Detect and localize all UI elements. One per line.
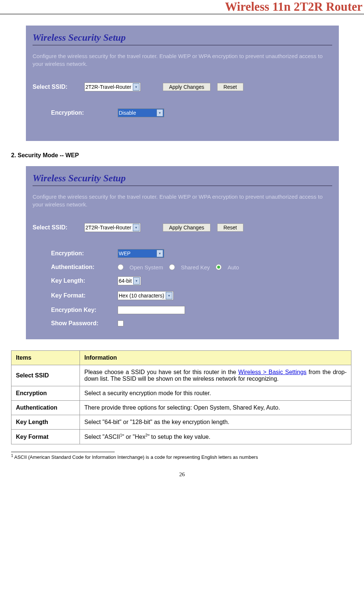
encryption-value: Disable — [119, 110, 136, 116]
table-info: Select a security encryption mode for th… — [80, 386, 351, 401]
radio-auto[interactable] — [216, 264, 222, 270]
keyformat-value: Hex (10 characters) — [119, 293, 164, 299]
screenshot-title: Wireless Security Setup — [33, 173, 332, 186]
encryption-value: WEP — [119, 250, 131, 256]
table-info: Select "64-bit" or "128-bit" as the key … — [80, 415, 351, 430]
screenshot-description: Configure the wireless security for the … — [33, 52, 332, 68]
table-row: Authentication There provide three optio… — [11, 401, 351, 415]
encryption-label: Encryption: — [51, 250, 118, 257]
screenshot-title: Wireless Security Setup — [33, 32, 332, 46]
radio-label-open: Open System — [129, 264, 163, 270]
ssid-label: Select SSID: — [33, 224, 84, 231]
authentication-label: Authentication: — [51, 264, 118, 270]
table-row: Select SSID Please choose a SSID you hav… — [11, 365, 351, 386]
keylength-label: Key Length: — [51, 278, 118, 284]
radio-label-shared: Shared Key — [181, 264, 210, 270]
table-item: Authentication — [11, 401, 80, 415]
keyformat-label: Key Format: — [51, 292, 118, 299]
chevron-down-icon: ▼ — [133, 277, 140, 285]
wireless-basic-settings-link[interactable]: Wireless > Basic Settings — [238, 369, 306, 375]
footnote: 1 ASCII (American Standard Code for Info… — [11, 454, 353, 460]
showpassword-label: Show Password: — [51, 320, 118, 327]
keyformat-dropdown[interactable]: Hex (10 characters) ▼ — [118, 291, 173, 300]
header-title: Wireless 11n 2T2R Router — [0, 0, 363, 14]
table-item: Key Length — [11, 415, 80, 430]
keylength-value: 64-bit — [119, 278, 132, 284]
ssid-value: 2T2R-Travel-Router — [85, 225, 131, 231]
ssid-label: Select SSID: — [33, 84, 84, 90]
table-item: Encryption — [11, 386, 80, 401]
radio-open-system[interactable] — [118, 264, 124, 270]
apply-changes-button[interactable]: Apply Changes — [163, 83, 210, 91]
table-item: Select SSID — [11, 365, 80, 386]
table-info: There provide three options for selectin… — [80, 401, 351, 415]
table-header-items: Items — [11, 351, 80, 365]
chevron-down-icon: ▼ — [156, 109, 163, 117]
table-row: Key Length Select "64-bit" or "128-bit" … — [11, 415, 351, 430]
chevron-down-icon: ▼ — [156, 250, 163, 257]
keylength-dropdown[interactable]: 64-bit ▼ — [118, 276, 141, 285]
table-row: Encryption Select a security encryption … — [11, 386, 351, 401]
ssid-value: 2T2R-Travel-Router — [85, 84, 131, 90]
apply-changes-button[interactable]: Apply Changes — [163, 223, 210, 232]
showpassword-checkbox[interactable] — [118, 320, 124, 326]
table-item: Key Format — [11, 430, 80, 444]
chevron-down-icon: ▼ — [166, 292, 172, 299]
reset-button[interactable]: Reset — [217, 223, 243, 232]
encryptionkey-input[interactable] — [118, 306, 185, 314]
section-heading: 2. Security Mode -- WEP — [11, 152, 353, 159]
page-number: 26 — [0, 471, 364, 478]
encryption-label: Encryption: — [51, 110, 118, 116]
screenshot-wep: Wireless Security Setup Configure the wi… — [26, 166, 339, 339]
screenshot-disable: Wireless Security Setup Configure the wi… — [26, 26, 339, 141]
encryption-dropdown[interactable]: Disable ▼ — [118, 108, 164, 117]
chevron-down-icon: ▼ — [133, 224, 139, 231]
table-info: Select "ASCII1" or "Hex2" to setup the k… — [80, 430, 351, 444]
footnote-divider — [11, 452, 115, 452]
ssid-dropdown[interactable]: 2T2R-Travel-Router ▼ — [84, 83, 141, 91]
reset-button[interactable]: Reset — [217, 83, 243, 91]
radio-shared-key[interactable] — [169, 264, 175, 270]
info-table: Items Information Select SSID Please cho… — [11, 350, 351, 444]
table-info: Please choose a SSID you have set for th… — [80, 365, 351, 386]
radio-label-auto: Auto — [228, 264, 239, 270]
table-row: Key Format Select "ASCII1" or "Hex2" to … — [11, 430, 351, 444]
encryptionkey-label: Encryption Key: — [51, 307, 118, 313]
chevron-down-icon: ▼ — [133, 83, 139, 91]
screenshot-description: Configure the wireless security for the … — [33, 193, 332, 208]
page-header: Wireless 11n 2T2R Router — [0, 0, 364, 14]
encryption-dropdown[interactable]: WEP ▼ — [118, 249, 164, 258]
table-header-info: Information — [80, 351, 351, 365]
ssid-dropdown[interactable]: 2T2R-Travel-Router ▼ — [84, 223, 141, 232]
